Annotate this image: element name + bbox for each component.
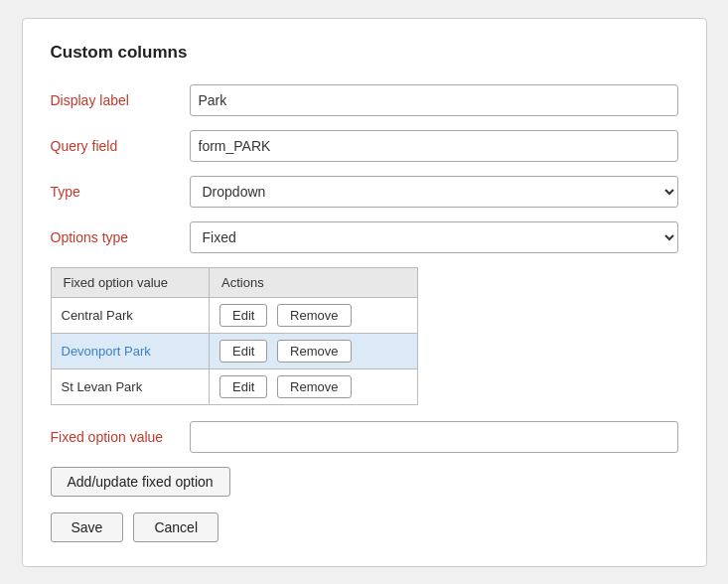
- options-type-label: Options type: [51, 229, 190, 245]
- fixed-options-table-section: Fixed option value Actions Central Park …: [51, 267, 678, 405]
- remove-button[interactable]: Remove: [277, 375, 351, 398]
- edit-button[interactable]: Edit: [219, 304, 267, 327]
- cancel-button[interactable]: Cancel: [133, 512, 218, 542]
- type-select[interactable]: Dropdown Text Number Date: [190, 176, 678, 208]
- type-row: Type Dropdown Text Number Date: [51, 176, 678, 208]
- save-button[interactable]: Save: [51, 512, 124, 542]
- row-value-link[interactable]: Devonport Park: [62, 344, 151, 359]
- fixed-options-table: Fixed option value Actions Central Park …: [51, 267, 418, 405]
- col-header-actions: Actions: [210, 267, 417, 297]
- row-value: St Levan Park: [51, 368, 210, 404]
- edit-button[interactable]: Edit: [219, 375, 267, 398]
- query-field-label: Query field: [51, 138, 190, 154]
- panel-title: Custom columns: [51, 43, 678, 63]
- row-value: Central Park: [51, 297, 210, 333]
- options-type-select[interactable]: Fixed Dynamic: [190, 221, 678, 253]
- row-actions: Edit Remove: [210, 333, 417, 368]
- display-label-row: Display label: [51, 84, 678, 116]
- query-field-row: Query field: [51, 130, 678, 162]
- add-update-button[interactable]: Add/update fixed option: [51, 467, 230, 497]
- row-actions: Edit Remove: [210, 297, 417, 333]
- fixed-option-input[interactable]: [190, 421, 678, 453]
- query-field-input[interactable]: [190, 130, 678, 162]
- display-label-label: Display label: [51, 92, 190, 108]
- edit-button[interactable]: Edit: [219, 340, 267, 363]
- add-button-row: Add/update fixed option: [51, 467, 678, 512]
- type-label: Type: [51, 184, 190, 200]
- fixed-option-label: Fixed option value: [51, 429, 190, 445]
- fixed-option-input-row: Fixed option value: [51, 421, 678, 453]
- table-row: St Levan Park Edit Remove: [51, 368, 417, 404]
- remove-button[interactable]: Remove: [277, 304, 351, 327]
- bottom-buttons: Save Cancel: [51, 512, 678, 542]
- table-row: Devonport Park Edit Remove: [51, 333, 417, 368]
- custom-columns-panel: Custom columns Display label Query field…: [22, 18, 707, 567]
- table-row: Central Park Edit Remove: [51, 297, 417, 333]
- row-actions: Edit Remove: [210, 368, 417, 404]
- options-type-row: Options type Fixed Dynamic: [51, 221, 678, 253]
- remove-button[interactable]: Remove: [277, 340, 351, 363]
- display-label-input[interactable]: [190, 84, 678, 116]
- col-header-value: Fixed option value: [51, 267, 210, 297]
- row-value: Devonport Park: [51, 333, 210, 368]
